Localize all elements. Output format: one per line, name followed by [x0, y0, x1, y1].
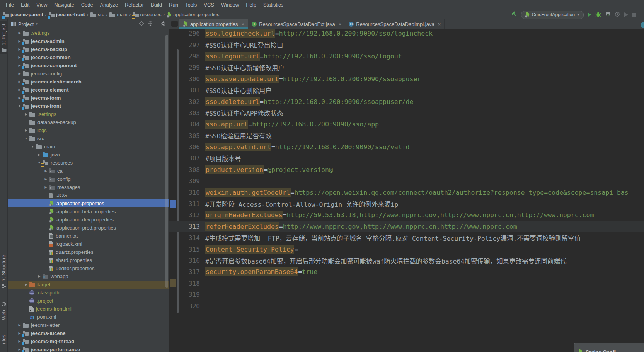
line-text[interactable]: sso.logout.url=http://192.168.0.200:9090… [203, 51, 644, 62]
editor-line-305[interactable]: 305#SSO检验应用是否有效 [169, 130, 644, 141]
run-configuration-select[interactable]: CmsFrontApplication ▼ [521, 11, 584, 19]
line-text[interactable]: product.version=@project.version@ [203, 164, 644, 175]
tree-row-jeecms-backup[interactable]: ▶jeecms-backup [8, 45, 169, 53]
close-icon[interactable]: × [242, 21, 245, 27]
line-text[interactable]: sso.save.update.url=http://192.168.0.200… [203, 73, 644, 85]
tree-row-ueditor.properties[interactable]: ueditor.properties [8, 264, 169, 272]
tree-row-shard.properties[interactable]: shard.properties [8, 256, 169, 264]
tab-ResourcesSpaceDataDaoExt.java[interactable]: IResourcesSpaceDataDaoExt.java× [248, 19, 345, 29]
tree-row-src[interactable]: ▼src [8, 134, 169, 143]
line-number[interactable]: 296 [169, 29, 203, 39]
line-number[interactable]: 297 [169, 39, 203, 50]
tree-row-jeecms-letter[interactable]: ▶jeecms-letter [8, 321, 169, 329]
line-number[interactable]: 311 [169, 198, 203, 209]
tree-row-target[interactable]: ▶target [8, 281, 169, 289]
menu-window[interactable]: Window [218, 0, 242, 10]
line-text[interactable] [203, 175, 644, 187]
tree-row-.settings[interactable]: ▶.settings [8, 110, 169, 118]
line-number[interactable]: 300 [169, 73, 203, 85]
tree-row-pom.xml[interactable]: mpom.xml [8, 313, 169, 321]
gear-icon[interactable] [160, 21, 166, 28]
line-number[interactable]: 298 [169, 51, 203, 62]
breadcrumb-main[interactable]: main [109, 12, 127, 17]
line-number[interactable]: 304 [169, 119, 203, 130]
line-number[interactable]: 315 [169, 243, 203, 255]
notification-balloon[interactable]: Spring Confi [574, 343, 644, 352]
editor-line-316[interactable]: 316#是否开启参数base64加密，开启后部分功能会加密可能被waf防火墙拦截… [169, 255, 644, 266]
tree-row-.classpath[interactable]: .classpath [8, 289, 169, 297]
tree-row-jeecms-element[interactable]: ▶jeecms-element [8, 86, 169, 94]
tree-row-quartz.properties[interactable]: quartz.properties [8, 248, 169, 256]
menu-build[interactable]: Build [147, 0, 165, 10]
tree-row-application-dev.properties[interactable]: application-dev.properties [8, 216, 169, 224]
tree-row-resources[interactable]: ▼resources [8, 159, 169, 167]
tool-window-button-project[interactable]: 1: Project [0, 21, 8, 54]
line-text[interactable]: #是否开启参数base64加密，开启后部分功能会加密可能被waf防火墙拦截的参数… [203, 255, 644, 266]
editor-line-312[interactable]: 312originHeaderExcludes=http://59.53.63.… [169, 209, 644, 221]
collapse-tool-window-button[interactable]: — [171, 21, 178, 27]
debug-button[interactable] [595, 11, 601, 19]
tree-row-banner.txt[interactable]: banner.txt [8, 232, 169, 240]
menu-refactor[interactable]: Refactor [121, 0, 147, 10]
line-number[interactable]: 299 [169, 62, 203, 73]
editor-line-313[interactable]: 313referHeaderExcludes=http://www.npprc.… [169, 221, 644, 232]
line-text[interactable]: Content-Security-Policy= [203, 243, 644, 255]
line-text[interactable]: #SSO认证中心新增修改用户 [203, 62, 644, 73]
breadcrumb-jeecms-front[interactable]: jeecms-front [49, 12, 85, 17]
line-text[interactable]: sso.app.valid.url=http://192.168.0.200:9… [203, 141, 644, 153]
line-number[interactable]: 308 [169, 164, 203, 175]
close-icon[interactable]: × [339, 21, 342, 27]
line-text[interactable]: #SSO认证中心删除用户 [203, 85, 644, 96]
project-tree-scrollbar[interactable] [165, 35, 168, 288]
tool-window-button-favorites[interactable]: rites [0, 333, 8, 346]
tree-row-database-backup[interactable]: database-backup [8, 118, 169, 126]
editor-line-319[interactable]: 319 [169, 289, 644, 300]
line-text[interactable]: sso.logincheck.url=http://192.168.0.200:… [203, 29, 644, 39]
tree-row-jeecms-elasticsearch[interactable]: ▶jeecms-elasticsearch [8, 78, 169, 86]
menu-navigate[interactable]: Navigate [51, 0, 77, 10]
menu-file[interactable]: File [2, 0, 17, 10]
editor-line-298[interactable]: 298sso.logout.url=http://192.168.0.200:9… [169, 51, 644, 62]
tab-application.properties[interactable]: application.properties× [179, 19, 248, 29]
collapse-all-icon[interactable] [148, 21, 153, 28]
tree-row-jeecms-front.iml[interactable]: jeecms-front.iml [8, 305, 169, 313]
editor-line-314[interactable]: 314#生成模式需要增加 FTP，云存储，当前站点的子域名 空格分隔,应对 Co… [169, 232, 644, 243]
tree-row-jeecms-mq-thread[interactable]: ▶jeecms-mq-thread [8, 337, 169, 345]
menu-vcs[interactable]: VCS [200, 0, 218, 10]
tree-row-jeecms-admin[interactable]: ▶jeecms-admin [8, 37, 169, 45]
line-text[interactable]: originHeaderExcludes=http://59.53.63.18,… [203, 209, 644, 221]
menu-statistics[interactable]: Statistics [260, 0, 287, 10]
tree-row-.JCG[interactable]: .JCG [8, 191, 169, 199]
editor-line-315[interactable]: 315Content-Security-Policy= [169, 243, 644, 255]
tool-window-button-structure[interactable]: 7: Structure [0, 253, 8, 291]
line-number[interactable]: 309 [169, 175, 203, 187]
line-number[interactable]: 312 [169, 209, 203, 221]
tree-row-.settings[interactable]: ▶.settings [8, 29, 169, 37]
line-text[interactable]: #SSO认证中心APP修改状态 [203, 107, 644, 119]
editor-line-317[interactable]: 317security.openParamBase64=true [169, 266, 644, 277]
editor-body[interactable]: 296sso.logincheck.url=http://192.168.0.2… [169, 29, 644, 352]
editor-line-308[interactable]: 308product.version=@project.version@ [169, 164, 644, 175]
line-text[interactable]: #项目版本号 [203, 153, 644, 164]
line-number[interactable]: 317 [169, 266, 203, 277]
tool-window-button-web[interactable]: Web [0, 299, 8, 321]
line-number[interactable]: 319 [169, 289, 203, 300]
line-number[interactable]: 305 [169, 130, 203, 141]
line-number[interactable]: 306 [169, 141, 203, 153]
editor-line-310[interactable]: 310weixin.auth.getCodeUrl=https://open.w… [169, 187, 644, 198]
run-button[interactable] [588, 12, 591, 17]
tree-row-jeecms-front[interactable]: ▼jeecms-front [8, 102, 169, 110]
locate-file-icon[interactable] [139, 21, 144, 28]
chevron-down-icon[interactable]: ▼ [35, 22, 38, 26]
project-panel-title[interactable]: Project [18, 21, 34, 27]
editor-line-306[interactable]: 306sso.app.valid.url=http://192.168.0.20… [169, 141, 644, 153]
menu-help[interactable]: Help [242, 0, 260, 10]
menu-view[interactable]: View [33, 0, 51, 10]
tree-row-application-beta.properties[interactable]: application-beta.properties [8, 207, 169, 216]
line-number[interactable]: 302 [169, 96, 203, 107]
build-hammer-icon[interactable] [511, 11, 517, 19]
breadcrumb-src[interactable]: src [90, 12, 104, 17]
editor-line-302[interactable]: 302sso.delete.url=http://192.168.0.200:9… [169, 96, 644, 107]
tree-row-.project[interactable]: .project [8, 297, 169, 305]
line-text[interactable]: security.openParamBase64=true [203, 266, 644, 277]
